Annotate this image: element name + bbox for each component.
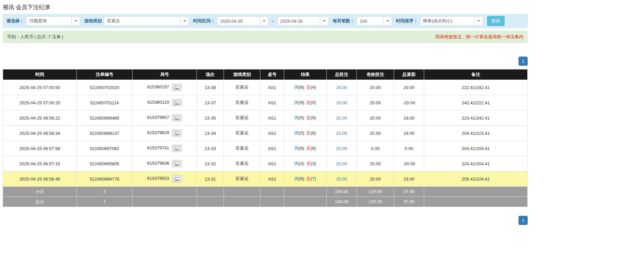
cell-table-number: AS1	[260, 171, 284, 187]
cell-session: 13-35	[197, 110, 224, 126]
subtotal-total-bet: 140.00	[327, 187, 357, 197]
page-button-1-bottom[interactable]: 1	[519, 216, 528, 225]
date-mode-select[interactable]: 日期查询	[26, 16, 80, 26]
game-type-select[interactable]: 百家乐	[104, 16, 189, 26]
player-score: (6)	[299, 176, 304, 181]
player-score: (5)	[299, 130, 304, 136]
round-image-button[interactable]	[172, 175, 182, 183]
cell-result: 闲(9)庄(0)	[284, 95, 327, 110]
sort-order-select[interactable]: 降幂(由大到小)	[420, 16, 483, 26]
subtotal-payout: 37.00	[394, 187, 424, 197]
cell-round-number: 615379741	[133, 141, 197, 156]
cell-result: 闲(4)庄(3)	[284, 156, 327, 171]
round-image-button[interactable]	[172, 114, 182, 122]
cell-note: 223.41/242.41	[424, 110, 528, 126]
player-result: 闲	[295, 115, 299, 120]
pagination-top: 1	[3, 57, 528, 66]
subtotal-valid-bet: 120.00	[357, 187, 394, 197]
total-bet-link[interactable]: 20.00	[336, 100, 347, 105]
cell-round-number: 615379553	[133, 171, 197, 187]
date-from-value: 2025-04-25	[217, 19, 260, 24]
total-label: 总计	[3, 197, 77, 207]
cell-valid-bet: 20.00	[357, 110, 394, 126]
column-header-5: 桌号	[260, 69, 284, 80]
cell-total-bet: 20.00	[327, 141, 357, 156]
cell-session: 13-31	[197, 171, 224, 187]
banker-result: 庄	[306, 100, 311, 105]
table-row: 2025-04-25 06:59:22 522450699485 6153799…	[3, 110, 528, 126]
date-range-separator: ~	[271, 19, 274, 24]
player-result: 闲	[295, 130, 299, 136]
per-page-value: 100	[357, 19, 383, 24]
banker-score: (3)	[311, 161, 316, 166]
cell-bet-number: 522450699485	[77, 110, 133, 126]
cell-session: 13-33	[197, 141, 224, 156]
cell-table-number: AS1	[260, 95, 284, 110]
cell-bet-number: 522450695805	[77, 156, 133, 171]
round-image-button[interactable]	[172, 160, 182, 167]
cell-round-number: 615379636	[133, 156, 197, 171]
total-row: 总计 7 140.00 120.00 37.00	[3, 197, 528, 207]
cell-valid-bet: 20.00	[357, 156, 394, 171]
cell-game-type: 百家乐	[224, 80, 260, 95]
valid-bet-warning-text: 同局有效投注，统一计算在该局第一张注单内	[435, 34, 523, 40]
cell-bet-number: 522450694778	[77, 171, 133, 187]
cell-valid-bet: 0.00	[357, 141, 394, 156]
round-image-button[interactable]	[172, 99, 182, 106]
cell-valid-bet: 20.00	[357, 95, 394, 110]
total-bet-link[interactable]: 20.00	[336, 161, 347, 166]
cell-note: 224.41/204.41	[424, 156, 528, 171]
cell-total-bet: 20.00	[327, 110, 357, 126]
column-header-7: 总投注	[327, 69, 357, 80]
cell-round-number: 615379829	[133, 126, 197, 141]
round-image-button[interactable]	[172, 84, 182, 91]
chevron-down-icon	[320, 17, 328, 25]
banker-result: 庄	[306, 115, 311, 120]
page-title: 视讯 会员下注纪录	[0, 0, 530, 13]
banker-score: (7)	[311, 176, 316, 181]
cell-total-bet: 20.00	[327, 171, 357, 187]
round-number: 615379636	[147, 161, 169, 166]
chevron-down-icon	[180, 17, 189, 25]
cell-table-number: AS1	[260, 126, 284, 141]
cell-game-type: 百家乐	[224, 95, 260, 110]
page-button-1-top[interactable]: 1	[519, 57, 528, 66]
round-number: 615380197	[147, 84, 169, 89]
search-button[interactable]: 查询	[487, 16, 505, 26]
total-bet-link[interactable]: 20.00	[336, 131, 347, 136]
column-header-1: 注单编号	[77, 69, 133, 80]
date-to-select[interactable]: 2025-04-25	[277, 16, 329, 26]
date-from-select[interactable]: 2025-04-25	[217, 16, 269, 26]
picture-icon	[175, 131, 179, 135]
picture-icon	[175, 162, 179, 166]
column-header-3: 场次	[197, 69, 224, 80]
total-bet-link[interactable]: 20.00	[336, 85, 347, 90]
cell-game-type: 百家乐	[224, 171, 260, 187]
round-number: 615379553	[147, 176, 169, 181]
sort-order-value: 降幂(由大到小)	[420, 18, 474, 24]
total-bet-link[interactable]: 20.00	[336, 116, 347, 121]
chevron-down-icon	[383, 17, 392, 25]
column-header-9: 总派彩	[394, 69, 424, 80]
cell-time: 2025-04-25 07:00:20	[3, 95, 77, 110]
cell-session: 13-34	[197, 126, 224, 141]
cell-game-type: 百家乐	[224, 156, 260, 171]
cell-total-bet: 20.00	[327, 126, 357, 141]
round-image-button[interactable]	[172, 129, 182, 137]
picture-icon	[175, 147, 179, 150]
picture-icon	[175, 116, 179, 120]
page-content: 视讯 会员下注纪录 请选择： 日期查询 游戏类别 百家乐 时间区间： 2025-…	[0, 0, 530, 225]
table-row: 2025-04-25 06:58:34 522450698137 6153798…	[3, 126, 528, 141]
round-number: 615379741	[147, 145, 169, 150]
round-image-button[interactable]	[172, 145, 182, 152]
banker-score: (8)	[311, 130, 316, 136]
banker-result: 庄	[306, 130, 311, 136]
column-header-10: 备注	[424, 69, 528, 80]
player-score: (4)	[299, 161, 304, 166]
banker-result: 庄	[306, 161, 311, 166]
column-header-2: 局号	[133, 69, 197, 80]
total-bet-link[interactable]: 20.00	[336, 146, 347, 151]
total-bet-link[interactable]: 20.00	[336, 177, 347, 182]
per-page-select[interactable]: 100	[357, 16, 392, 26]
date-mode-value: 日期查询	[26, 18, 71, 24]
